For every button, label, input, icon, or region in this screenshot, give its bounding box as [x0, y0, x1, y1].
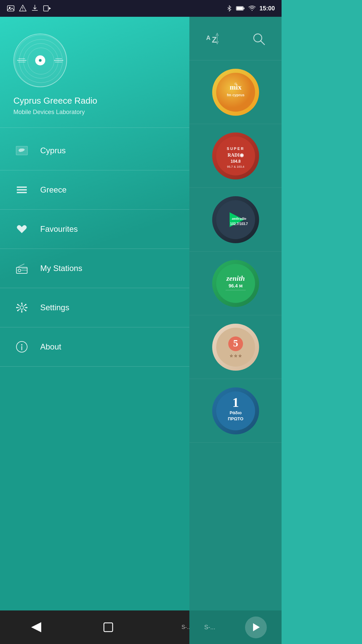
station-logo-proto: 1 Ράδιο ΠΡΩΤΟ: [212, 387, 259, 434]
play-icon: [43, 4, 51, 12]
nav-menu: Cyprus Greece Favourites: [0, 129, 189, 372]
station-item-anti[interactable]: 102.7/103.7 antlradio: [189, 188, 282, 252]
sidebar-item-favourites-label: Favourites: [40, 224, 78, 234]
svg-text:Ράδιο: Ράδιο: [229, 410, 241, 415]
top-toolbar: A Z: [189, 17, 282, 60]
gear-icon: [13, 299, 30, 316]
svg-text:95.7 & 103.4: 95.7 & 103.4: [227, 165, 244, 168]
svg-text:104.8: 104.8: [230, 159, 240, 164]
station-logo-super: SUPER RADI◉ 104.8 95.7 & 103.4: [212, 132, 259, 179]
station-item-radio5[interactable]: 5 ☆ ☆ ☆: [189, 315, 282, 379]
svg-rect-5: [44, 6, 48, 11]
battery-icon: [236, 5, 245, 12]
station-logo-anti: 102.7/103.7 antlradio: [212, 196, 259, 243]
bluetooth-icon: [226, 5, 233, 12]
station-logo-zenith: zenith 96.4 ᴍ: [212, 260, 259, 307]
left-panel: Cyprus Greece Radio Mobile Devices Labor…: [0, 17, 189, 610]
divider-top: [0, 127, 189, 128]
sidebar-item-cyprus[interactable]: Cyprus: [0, 133, 189, 168]
sidebar-item-favourites[interactable]: Favourites: [0, 211, 189, 247]
station-item-super[interactable]: SUPER RADI◉ 104.8 95.7 & 103.4: [189, 124, 282, 188]
svg-rect-11: [17, 186, 27, 188]
right-panel: A Z: [189, 17, 282, 610]
svg-text:SUPER: SUPER: [227, 147, 244, 151]
az-sort-button[interactable]: A Z: [202, 29, 223, 49]
svg-text:ΠΡΩΤΟ: ΠΡΩΤΟ: [228, 416, 243, 421]
status-bar-left: [7, 4, 51, 12]
station-item-mix[interactable]: mix fm cyprus: [189, 60, 282, 124]
station-list: mix fm cyprus SUPER RADI◉ 104.8 95.7 & 1…: [189, 60, 282, 443]
svg-point-28: [216, 73, 255, 112]
svg-point-19: [20, 306, 23, 309]
svg-text:☆ ☆ ☆: ☆ ☆ ☆: [229, 354, 242, 358]
svg-point-4: [22, 10, 23, 10]
sidebar-item-about[interactable]: About: [0, 329, 189, 365]
svg-text:RADI◉: RADI◉: [228, 153, 244, 158]
divider-2: [0, 209, 189, 210]
svg-marker-6: [49, 7, 51, 10]
lines-icon: [13, 181, 30, 198]
svg-text:fm cyprus: fm cyprus: [227, 93, 244, 97]
svg-text:1: 1: [232, 395, 239, 410]
svg-text:zenith: zenith: [226, 274, 245, 282]
divider-1: [0, 170, 189, 170]
svg-point-15: [18, 269, 21, 272]
svg-text:A: A: [206, 35, 210, 41]
divider-6: [0, 366, 189, 367]
svg-text:96.4 ᴍ: 96.4 ᴍ: [228, 283, 242, 288]
status-time: 15:00: [259, 5, 275, 12]
sidebar-item-my-stations-label: My Stations: [40, 264, 82, 273]
sidebar-item-settings[interactable]: Settings: [0, 290, 189, 325]
svg-rect-0: [7, 6, 14, 11]
station-item-zenith[interactable]: zenith 96.4 ᴍ: [189, 252, 282, 315]
right-play-bar: S-...: [189, 610, 282, 644]
svg-line-18: [17, 264, 24, 267]
sidebar-item-greece[interactable]: Greece: [0, 172, 189, 208]
vinyl-record: [13, 34, 67, 87]
svg-rect-54: [104, 623, 113, 632]
search-button[interactable]: [248, 29, 268, 49]
status-bar-right: 15:00: [226, 5, 275, 12]
sidebar-item-greece-label: Greece: [40, 185, 67, 195]
now-playing-text: S-...: [204, 624, 215, 631]
nav-icon: [19, 4, 27, 12]
download-icon: [31, 4, 39, 12]
station-logo-radio5: 5 ☆ ☆ ☆: [212, 324, 259, 371]
divider-5: [0, 327, 189, 327]
svg-point-31: [234, 83, 237, 85]
info-icon: [13, 338, 30, 355]
svg-marker-56: [253, 623, 260, 631]
divider-4: [0, 288, 189, 288]
svg-rect-13: [17, 192, 27, 193]
station-item-proto[interactable]: 1 Ράδιο ΠΡΩΤΟ: [189, 379, 282, 443]
app-header: Cyprus Greece Radio Mobile Devices Labor…: [0, 17, 189, 126]
svg-text:antlradio: antlradio: [232, 216, 246, 220]
station-logo-mix: mix fm cyprus: [212, 69, 259, 116]
wifi-icon: [248, 5, 256, 12]
sidebar-item-cyprus-label: Cyprus: [40, 146, 66, 155]
radio-icon: [13, 260, 30, 277]
svg-point-21: [21, 344, 22, 345]
svg-text:102.7/103.7: 102.7/103.7: [230, 222, 248, 226]
svg-line-27: [261, 41, 264, 45]
svg-rect-12: [17, 189, 27, 191]
right-play-button[interactable]: [245, 616, 267, 638]
svg-marker-53: [31, 622, 41, 632]
svg-text:Z: Z: [212, 35, 217, 44]
app-subtitle: Mobile Devices Laboratory: [13, 109, 85, 116]
svg-rect-8: [244, 8, 244, 9]
sidebar-item-my-stations[interactable]: My Stations: [0, 251, 189, 286]
sidebar-item-about-label: About: [40, 342, 61, 352]
back-button[interactable]: [23, 614, 50, 641]
photo-icon: [7, 4, 15, 12]
status-bar: 15:00: [0, 0, 282, 17]
flag-icon: [13, 142, 30, 159]
home-button[interactable]: [95, 614, 122, 641]
sidebar-item-settings-label: Settings: [40, 303, 69, 312]
svg-text:5: 5: [233, 337, 238, 348]
heart-icon: [13, 221, 30, 237]
divider-3: [0, 249, 189, 249]
svg-rect-9: [237, 7, 243, 10]
app-title: Cyprus Greece Radio: [13, 96, 97, 106]
